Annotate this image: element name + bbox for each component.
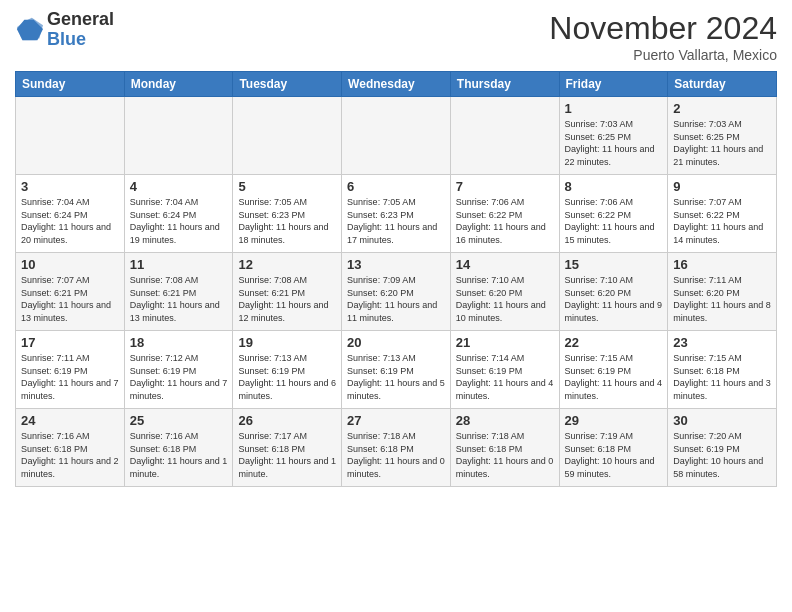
calendar-cell: 4Sunrise: 7:04 AM Sunset: 6:24 PM Daylig… xyxy=(124,175,233,253)
day-number: 23 xyxy=(673,335,771,350)
day-number: 14 xyxy=(456,257,554,272)
day-number: 11 xyxy=(130,257,228,272)
day-number: 24 xyxy=(21,413,119,428)
day-info: Sunrise: 7:05 AM Sunset: 6:23 PM Dayligh… xyxy=(347,196,445,246)
page-container: General Blue November 2024 Puerto Vallar… xyxy=(0,0,792,497)
day-info: Sunrise: 7:15 AM Sunset: 6:19 PM Dayligh… xyxy=(565,352,663,402)
day-number: 3 xyxy=(21,179,119,194)
day-info: Sunrise: 7:13 AM Sunset: 6:19 PM Dayligh… xyxy=(347,352,445,402)
day-info: Sunrise: 7:10 AM Sunset: 6:20 PM Dayligh… xyxy=(456,274,554,324)
day-info: Sunrise: 7:07 AM Sunset: 6:22 PM Dayligh… xyxy=(673,196,771,246)
calendar-week-row: 17Sunrise: 7:11 AM Sunset: 6:19 PM Dayli… xyxy=(16,331,777,409)
calendar-cell: 22Sunrise: 7:15 AM Sunset: 6:19 PM Dayli… xyxy=(559,331,668,409)
day-number: 30 xyxy=(673,413,771,428)
day-number: 7 xyxy=(456,179,554,194)
day-number: 15 xyxy=(565,257,663,272)
calendar-cell: 14Sunrise: 7:10 AM Sunset: 6:20 PM Dayli… xyxy=(450,253,559,331)
day-number: 29 xyxy=(565,413,663,428)
calendar-cell xyxy=(342,97,451,175)
day-info: Sunrise: 7:11 AM Sunset: 6:20 PM Dayligh… xyxy=(673,274,771,324)
weekday-header: Monday xyxy=(124,72,233,97)
calendar-cell: 12Sunrise: 7:08 AM Sunset: 6:21 PM Dayli… xyxy=(233,253,342,331)
weekday-header-row: SundayMondayTuesdayWednesdayThursdayFrid… xyxy=(16,72,777,97)
calendar-cell: 28Sunrise: 7:18 AM Sunset: 6:18 PM Dayli… xyxy=(450,409,559,487)
calendar-cell: 18Sunrise: 7:12 AM Sunset: 6:19 PM Dayli… xyxy=(124,331,233,409)
day-number: 19 xyxy=(238,335,336,350)
calendar-week-row: 1Sunrise: 7:03 AM Sunset: 6:25 PM Daylig… xyxy=(16,97,777,175)
calendar-cell: 21Sunrise: 7:14 AM Sunset: 6:19 PM Dayli… xyxy=(450,331,559,409)
logo-text: General Blue xyxy=(47,10,114,50)
weekday-header: Tuesday xyxy=(233,72,342,97)
calendar-cell: 16Sunrise: 7:11 AM Sunset: 6:20 PM Dayli… xyxy=(668,253,777,331)
calendar-cell xyxy=(124,97,233,175)
day-info: Sunrise: 7:10 AM Sunset: 6:20 PM Dayligh… xyxy=(565,274,663,324)
day-number: 22 xyxy=(565,335,663,350)
calendar-cell: 7Sunrise: 7:06 AM Sunset: 6:22 PM Daylig… xyxy=(450,175,559,253)
day-number: 25 xyxy=(130,413,228,428)
calendar-cell: 2Sunrise: 7:03 AM Sunset: 6:25 PM Daylig… xyxy=(668,97,777,175)
day-number: 28 xyxy=(456,413,554,428)
calendar-cell: 9Sunrise: 7:07 AM Sunset: 6:22 PM Daylig… xyxy=(668,175,777,253)
day-info: Sunrise: 7:04 AM Sunset: 6:24 PM Dayligh… xyxy=(130,196,228,246)
calendar-cell: 19Sunrise: 7:13 AM Sunset: 6:19 PM Dayli… xyxy=(233,331,342,409)
calendar-cell: 26Sunrise: 7:17 AM Sunset: 6:18 PM Dayli… xyxy=(233,409,342,487)
day-info: Sunrise: 7:09 AM Sunset: 6:20 PM Dayligh… xyxy=(347,274,445,324)
calendar-body: 1Sunrise: 7:03 AM Sunset: 6:25 PM Daylig… xyxy=(16,97,777,487)
day-info: Sunrise: 7:05 AM Sunset: 6:23 PM Dayligh… xyxy=(238,196,336,246)
day-info: Sunrise: 7:16 AM Sunset: 6:18 PM Dayligh… xyxy=(21,430,119,480)
day-number: 17 xyxy=(21,335,119,350)
calendar-cell: 1Sunrise: 7:03 AM Sunset: 6:25 PM Daylig… xyxy=(559,97,668,175)
day-info: Sunrise: 7:17 AM Sunset: 6:18 PM Dayligh… xyxy=(238,430,336,480)
day-info: Sunrise: 7:19 AM Sunset: 6:18 PM Dayligh… xyxy=(565,430,663,480)
day-number: 10 xyxy=(21,257,119,272)
calendar-cell: 15Sunrise: 7:10 AM Sunset: 6:20 PM Dayli… xyxy=(559,253,668,331)
day-number: 6 xyxy=(347,179,445,194)
logo: General Blue xyxy=(15,10,114,50)
logo-blue: Blue xyxy=(47,29,86,49)
day-info: Sunrise: 7:16 AM Sunset: 6:18 PM Dayligh… xyxy=(130,430,228,480)
calendar-cell: 23Sunrise: 7:15 AM Sunset: 6:18 PM Dayli… xyxy=(668,331,777,409)
day-number: 27 xyxy=(347,413,445,428)
day-number: 18 xyxy=(130,335,228,350)
day-info: Sunrise: 7:13 AM Sunset: 6:19 PM Dayligh… xyxy=(238,352,336,402)
month-title: November 2024 xyxy=(549,10,777,47)
calendar-cell: 25Sunrise: 7:16 AM Sunset: 6:18 PM Dayli… xyxy=(124,409,233,487)
day-info: Sunrise: 7:08 AM Sunset: 6:21 PM Dayligh… xyxy=(238,274,336,324)
day-info: Sunrise: 7:06 AM Sunset: 6:22 PM Dayligh… xyxy=(565,196,663,246)
day-info: Sunrise: 7:20 AM Sunset: 6:19 PM Dayligh… xyxy=(673,430,771,480)
calendar-cell: 24Sunrise: 7:16 AM Sunset: 6:18 PM Dayli… xyxy=(16,409,125,487)
weekday-header: Saturday xyxy=(668,72,777,97)
day-info: Sunrise: 7:03 AM Sunset: 6:25 PM Dayligh… xyxy=(565,118,663,168)
day-info: Sunrise: 7:07 AM Sunset: 6:21 PM Dayligh… xyxy=(21,274,119,324)
day-info: Sunrise: 7:06 AM Sunset: 6:22 PM Dayligh… xyxy=(456,196,554,246)
calendar-week-row: 24Sunrise: 7:16 AM Sunset: 6:18 PM Dayli… xyxy=(16,409,777,487)
day-number: 1 xyxy=(565,101,663,116)
logo-general: General xyxy=(47,9,114,29)
day-number: 20 xyxy=(347,335,445,350)
calendar-cell: 13Sunrise: 7:09 AM Sunset: 6:20 PM Dayli… xyxy=(342,253,451,331)
calendar-cell: 29Sunrise: 7:19 AM Sunset: 6:18 PM Dayli… xyxy=(559,409,668,487)
calendar-cell: 8Sunrise: 7:06 AM Sunset: 6:22 PM Daylig… xyxy=(559,175,668,253)
calendar-cell xyxy=(16,97,125,175)
calendar-cell: 6Sunrise: 7:05 AM Sunset: 6:23 PM Daylig… xyxy=(342,175,451,253)
day-number: 2 xyxy=(673,101,771,116)
calendar-table: SundayMondayTuesdayWednesdayThursdayFrid… xyxy=(15,71,777,487)
day-number: 21 xyxy=(456,335,554,350)
calendar-week-row: 10Sunrise: 7:07 AM Sunset: 6:21 PM Dayli… xyxy=(16,253,777,331)
day-number: 8 xyxy=(565,179,663,194)
day-info: Sunrise: 7:18 AM Sunset: 6:18 PM Dayligh… xyxy=(347,430,445,480)
calendar-cell: 17Sunrise: 7:11 AM Sunset: 6:19 PM Dayli… xyxy=(16,331,125,409)
day-number: 16 xyxy=(673,257,771,272)
weekday-header: Wednesday xyxy=(342,72,451,97)
calendar-week-row: 3Sunrise: 7:04 AM Sunset: 6:24 PM Daylig… xyxy=(16,175,777,253)
header: General Blue November 2024 Puerto Vallar… xyxy=(15,10,777,63)
day-info: Sunrise: 7:14 AM Sunset: 6:19 PM Dayligh… xyxy=(456,352,554,402)
calendar-cell: 5Sunrise: 7:05 AM Sunset: 6:23 PM Daylig… xyxy=(233,175,342,253)
calendar-cell: 20Sunrise: 7:13 AM Sunset: 6:19 PM Dayli… xyxy=(342,331,451,409)
day-info: Sunrise: 7:15 AM Sunset: 6:18 PM Dayligh… xyxy=(673,352,771,402)
day-info: Sunrise: 7:04 AM Sunset: 6:24 PM Dayligh… xyxy=(21,196,119,246)
calendar-cell: 27Sunrise: 7:18 AM Sunset: 6:18 PM Dayli… xyxy=(342,409,451,487)
day-info: Sunrise: 7:03 AM Sunset: 6:25 PM Dayligh… xyxy=(673,118,771,168)
calendar-cell: 30Sunrise: 7:20 AM Sunset: 6:19 PM Dayli… xyxy=(668,409,777,487)
day-info: Sunrise: 7:08 AM Sunset: 6:21 PM Dayligh… xyxy=(130,274,228,324)
